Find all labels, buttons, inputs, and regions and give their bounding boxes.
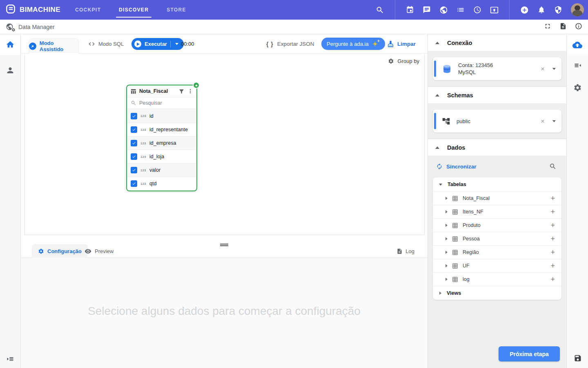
user-avatar[interactable] xyxy=(571,3,584,16)
collapse-icon[interactable] xyxy=(435,94,439,96)
checkbox-checked[interactable] xyxy=(131,113,137,119)
executar-button[interactable]: Executar xyxy=(131,38,184,50)
tab-configuracao[interactable]: Configuração xyxy=(32,244,88,258)
checkbox-checked[interactable] xyxy=(131,180,137,187)
conexao-section-body: Conta: 123456 MySQL × xyxy=(428,52,566,87)
present-screen-icon[interactable] xyxy=(490,6,499,14)
fullscreen-icon[interactable] xyxy=(544,22,551,31)
settings-panel-button[interactable] xyxy=(567,83,588,92)
tab-modo-assistido[interactable]: Modo Assistido xyxy=(29,38,79,54)
menu-item-store[interactable]: STORE xyxy=(167,0,186,20)
add-table-button[interactable]: + xyxy=(550,222,555,229)
chevron-right-icon[interactable] xyxy=(439,292,441,295)
chevron-right-icon[interactable] xyxy=(445,210,448,213)
info-icon[interactable] xyxy=(575,22,582,31)
filter-icon[interactable] xyxy=(178,88,185,94)
chat-icon[interactable] xyxy=(423,6,431,14)
connection-account: Conta: 123456 xyxy=(458,62,493,69)
bell-icon[interactable] xyxy=(537,6,546,14)
checkbox-checked[interactable] xyxy=(131,153,137,160)
connection-card[interactable]: Conta: 123456 MySQL × xyxy=(433,57,561,80)
tab-preview[interactable]: Preview xyxy=(80,244,118,258)
add-table-button[interactable]: + xyxy=(550,249,555,256)
sync-icon[interactable] xyxy=(436,163,443,170)
field-row[interactable]: 123 id_representante xyxy=(127,123,196,136)
limpar-button[interactable]: Limpar xyxy=(387,34,416,54)
conexao-section-header[interactable]: Conexão xyxy=(428,34,566,52)
tree-item-table[interactable]: Produto + xyxy=(433,218,561,232)
collapse-panel-button[interactable] xyxy=(567,61,588,70)
add-circle-icon[interactable] xyxy=(520,6,529,14)
tree-item-table[interactable]: Nota_Fiscal + xyxy=(433,191,561,205)
field-name: valor xyxy=(149,167,160,173)
chevron-right-icon[interactable] xyxy=(445,264,448,267)
field-row[interactable]: 123 qtd xyxy=(127,177,196,190)
sincronizar-button[interactable]: Sincronizar xyxy=(446,164,477,170)
group-by-button[interactable]: Group by xyxy=(388,58,419,64)
executar-dropdown-icon[interactable] xyxy=(175,43,178,45)
proxima-etapa-button[interactable]: Próxima etapa xyxy=(499,346,560,361)
clock-icon[interactable] xyxy=(473,6,481,14)
checkbox-checked[interactable] xyxy=(131,126,137,133)
tab-preview-label: Preview xyxy=(95,248,114,254)
add-table-button[interactable]: + xyxy=(550,208,555,215)
document-icon[interactable] xyxy=(559,22,567,31)
ask-ada-button[interactable]: Pergunte à ada.ia xyxy=(321,38,385,50)
tree-item-table[interactable]: Pessoa + xyxy=(433,232,561,245)
tree-item-table[interactable]: Itens_NF + xyxy=(433,205,561,218)
add-table-button[interactable]: + xyxy=(550,195,555,202)
chevron-right-icon[interactable] xyxy=(445,251,448,254)
task-list-icon[interactable] xyxy=(457,6,465,14)
save-button[interactable] xyxy=(567,354,588,362)
field-row[interactable]: 123 id xyxy=(127,109,196,123)
field-row[interactable]: 123 id_loja xyxy=(127,150,196,163)
checkbox-checked[interactable] xyxy=(131,167,137,173)
field-row[interactable]: 123 id_empresa xyxy=(127,136,196,150)
chevron-right-icon[interactable] xyxy=(445,224,448,227)
add-table-button[interactable]: + xyxy=(550,235,555,242)
schema-card[interactable]: public × xyxy=(433,110,561,132)
close-icon[interactable]: × xyxy=(541,118,545,125)
home-button[interactable] xyxy=(0,34,20,54)
field-row[interactable]: 123 valor xyxy=(127,163,196,177)
chevron-right-icon[interactable] xyxy=(445,278,448,281)
table-card-nota-fiscal[interactable]: Nota_Fiscal 123 id 123 id_representante xyxy=(126,85,197,191)
collapse-icon[interactable] xyxy=(435,146,439,149)
connection-db-type: MySQL xyxy=(458,69,493,76)
tree-group-tabelas[interactable]: Tabelas xyxy=(433,177,561,191)
search-icon[interactable] xyxy=(376,6,384,14)
calendar-icon[interactable] xyxy=(406,6,414,14)
field-search-input[interactable] xyxy=(139,100,186,106)
tree-group-views[interactable]: Views xyxy=(433,286,561,300)
expand-icon[interactable] xyxy=(439,184,442,186)
menu-item-discover[interactable]: DISCOVER xyxy=(119,0,149,20)
bottom-menu-button[interactable] xyxy=(0,355,20,363)
globe-icon[interactable] xyxy=(439,6,448,14)
collapse-icon[interactable] xyxy=(435,42,439,44)
add-table-button[interactable]: + xyxy=(550,262,555,269)
chevron-right-icon[interactable] xyxy=(445,197,448,200)
log-button[interactable]: Log xyxy=(396,244,414,258)
close-icon[interactable]: × xyxy=(541,65,545,72)
tree-item-table[interactable]: Região + xyxy=(433,245,561,259)
search-tables-icon[interactable] xyxy=(549,163,557,170)
tree-item-table[interactable]: log + xyxy=(433,272,561,286)
kebab-menu-icon[interactable] xyxy=(187,88,193,94)
checkbox-checked[interactable] xyxy=(131,140,137,146)
brand[interactable]: BIMACHINE xyxy=(0,4,60,16)
schema-dropdown-icon[interactable] xyxy=(552,120,556,122)
user-button[interactable] xyxy=(0,60,20,80)
chevron-right-icon[interactable] xyxy=(445,237,448,240)
connection-dropdown-icon[interactable] xyxy=(552,68,556,70)
schemas-section-header[interactable]: Schemas xyxy=(428,87,566,104)
tree-item-table[interactable]: UF + xyxy=(433,259,561,272)
menu-item-cockpit[interactable]: COCKPIT xyxy=(75,0,101,20)
tab-modo-sql[interactable]: Modo SQL xyxy=(84,34,128,54)
dados-section-header[interactable]: Dados xyxy=(428,139,566,156)
panel-resize-handle[interactable] xyxy=(219,242,229,247)
exportar-json-button[interactable]: { } Exportar JSON xyxy=(266,34,314,54)
add-table-button[interactable]: + xyxy=(550,276,555,283)
shield-icon[interactable] xyxy=(554,6,562,14)
upload-panel-button[interactable] xyxy=(567,34,588,55)
query-canvas[interactable]: Group by Nota_Fiscal 123 id xyxy=(24,54,425,235)
